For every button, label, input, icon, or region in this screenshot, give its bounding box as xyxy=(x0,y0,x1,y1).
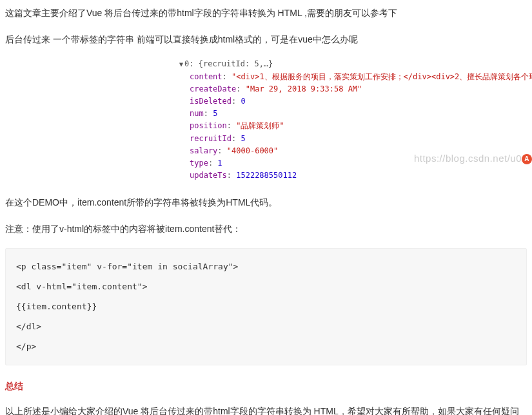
code-line-5: </p> xyxy=(16,336,516,356)
console-field-createdate: createDate: "Mar 29, 2018 9:33:58 AM" xyxy=(179,83,527,95)
watermark-url: https://blog.csdn.net/u0 xyxy=(414,153,522,164)
console-field-recruitid: recruitId: 5 xyxy=(179,133,527,145)
csdn-watermark: https://blog.csdn.net/u0A xyxy=(414,151,532,166)
console-field-updatets: updateTs: 1522288550112 xyxy=(179,169,527,182)
console-field-position: position: "品牌策划师" xyxy=(179,120,527,132)
expand-triangle-icon: ▼ xyxy=(179,59,183,70)
console-field-isdeleted: isDeleted: 0 xyxy=(179,95,527,108)
intro-paragraph-1: 这篇文章主要介绍了Vue 将后台传过来的带html字段的字符串转换为 HTML … xyxy=(5,5,527,21)
console-field-content: content: "<div>1、根据服务的项目，落实策划工作安排；</div>… xyxy=(179,71,527,83)
console-output: https://blog.csdn.net/u0A ▼0: {recruitId… xyxy=(179,58,527,182)
code-block: <p class="item" v-for="item in socialArr… xyxy=(5,248,527,365)
console-header-index: 0: xyxy=(184,59,199,68)
summary-heading: 总结 xyxy=(5,378,527,394)
code-line-3: {{item.content}} xyxy=(16,296,516,316)
console-header-desc: {recruitId: 5,…} xyxy=(199,59,273,68)
intro-paragraph-2: 后台传过来 一个带标签的字符串 前端可以直接转换成html格式的，可是在vue中… xyxy=(5,32,527,48)
summary-text: 以上所述是小编给大家介绍的Vue 将后台传过来的带html字段的字符串转换为 H… xyxy=(5,403,527,415)
console-header-line: ▼0: {recruitId: 5,…} xyxy=(179,58,527,70)
code-line-1: <p class="item" v-for="item in socialArr… xyxy=(16,256,516,276)
code-line-2: <dl v-html="item.content"> xyxy=(16,276,516,296)
demo-note: 在这个DEMO中，item.content所带的字符串将被转换为HTML代码。 xyxy=(5,195,527,211)
caution-note: 注意：使用了v-html的标签中的内容将被item.content替代： xyxy=(5,221,527,237)
watermark-badge-icon: A xyxy=(522,154,532,164)
console-field-num: num: 5 xyxy=(179,108,527,120)
code-line-4: </dl> xyxy=(16,316,516,336)
